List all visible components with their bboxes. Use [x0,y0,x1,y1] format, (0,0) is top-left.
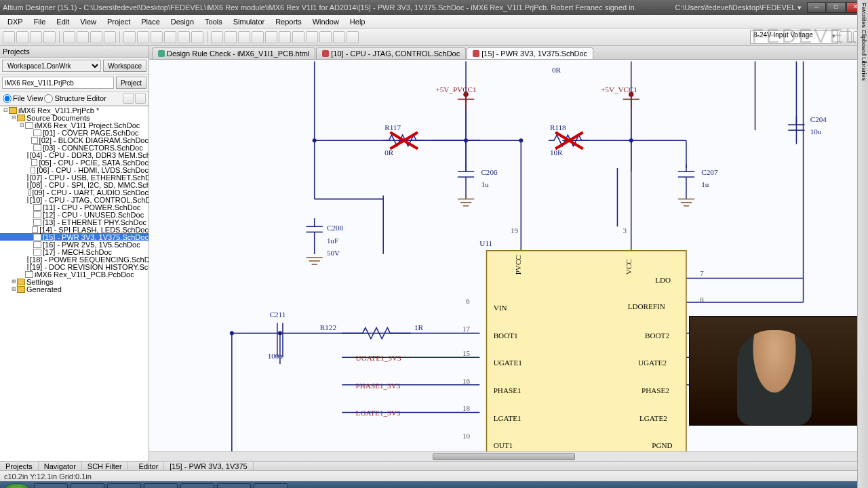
webcam-overlay [689,316,859,426]
toolbar-button[interactable] [104,31,116,43]
tree-node[interactable]: [02] - BLOCK DIAGRAM.SchDoc [0,136,149,144]
workspace-button[interactable]: Workspace [103,60,146,72]
document-tab[interactable]: Design Rule Check - iMX6_V1I1_PCB.html [152,47,315,59]
tree-node[interactable]: ⊟iMX6 Rex_V1I1.PrjPcb * [0,106,149,114]
document-tabs: Design Rule Check - iMX6_V1I1_PCB.html[1… [149,46,868,60]
doc-tab[interactable]: [15] - PWR 3V3, 1V375 [164,462,253,470]
document-tab[interactable]: [10] - CPU - JTAG, CONTROL.SchDoc [316,47,466,59]
start-button[interactable] [3,483,31,488]
toolbar-button[interactable] [347,31,359,43]
toolbar-button[interactable] [319,31,332,43]
toolbar-button[interactable] [63,31,75,43]
tree-node[interactable]: [15] - PWR 3V3, 1V375.SchDoc [0,233,149,241]
menu-help[interactable]: Help [345,16,370,27]
menu-simulator[interactable]: Simulator [229,16,269,27]
tree-node[interactable]: ⊞Settings [0,278,149,285]
tree-node[interactable]: [18] - POWER SEQUENCING.SchDoc [0,256,149,263]
menu-reports[interactable]: Reports [271,16,307,27]
menu-edit[interactable]: Edit [52,16,74,27]
panel-tool-button[interactable] [135,93,146,104]
maximize-button[interactable]: □ [827,2,846,13]
svg-text:VCC: VCC [625,259,633,274]
taskbar-item[interactable] [107,483,141,488]
tree-node[interactable]: ⊟iMX6 Rex_V1I1 Project.SchDoc [0,121,149,129]
toolbar-button[interactable] [90,31,102,43]
svg-text:PHASE2: PHASE2 [642,386,669,394]
svg-text:C204: C204 [810,115,827,123]
toolbar-button[interactable] [252,31,264,43]
menu-window[interactable]: Window [308,16,344,27]
tree-node[interactable]: [19] - DOC REVISION HISTORY.SchDoc [0,263,149,270]
taskbar-item[interactable] [34,483,68,488]
tree-node[interactable]: [11] - CPU - POWER.SchDoc [0,203,149,211]
toolbar-button[interactable] [224,31,237,43]
toolbar-button[interactable] [151,31,163,43]
panel-tool-button[interactable] [123,93,134,104]
project-button[interactable]: Project [116,77,146,89]
toolbar-button[interactable] [43,31,56,43]
structure-editor-radio[interactable]: Structure Editor [44,94,106,103]
taskbar-item[interactable] [217,483,251,488]
minimize-button[interactable]: ─ [807,2,826,13]
schematic-canvas[interactable]: +5V_PVCC1 +5V_VCC1 0R R117 0R R118 10R [149,60,868,461]
menu-view[interactable]: View [75,16,101,27]
menu-dxp[interactable]: DXP [3,16,28,27]
tree-node[interactable]: [06] - CPU - HDMI, LVDS.SchDoc [0,166,149,174]
tree-node[interactable]: [14] - SPI FLASH, LEDS.SchDoc [0,226,149,233]
tree-node[interactable]: [17] - MECH.SchDoc [0,248,149,256]
taskbar-item[interactable] [180,483,214,488]
tree-node[interactable]: [07] - CPU - USB, ETHERNET.SchDoc [0,174,149,181]
tree-node[interactable]: [13] - ETHERNET PHY.SchDoc [0,218,149,226]
tree-node[interactable]: [09] - CPU - UART, AUDIO.SchDoc [0,188,149,196]
svg-text:0R: 0R [384,148,394,157]
right-dock[interactable]: Favorites Clipboard Libraries [857,0,868,488]
taskbar-item[interactable] [254,483,288,488]
tree-node[interactable]: iMX6 Rex_V1I1_PCB.PcbDoc [0,270,149,278]
toolbar-button[interactable] [77,31,89,43]
editor-tab[interactable]: Editor [134,462,165,470]
bottom-tab[interactable]: SCH Filter [82,462,128,470]
tree-node[interactable]: [05] - CPU - PCIE, SATA.SchDoc [0,159,149,166]
tree-node[interactable]: [03] - CONNECTORS.SchDoc [0,144,149,151]
project-tree[interactable]: ⊟iMX6 Rex_V1I1.PrjPcb *⊟Source Documents… [0,106,149,461]
file-view-radio[interactable]: File View [3,94,43,103]
toolbar-button[interactable] [137,31,149,43]
menu-file[interactable]: File [29,16,51,27]
menu-tools[interactable]: Tools [200,16,227,27]
tree-node[interactable]: [04] - CPU - DDR3, DDR3 MEM.SchDoc [0,151,149,159]
toolbar-button[interactable] [211,31,223,43]
document-tab[interactable]: [15] - PWR 3V3, 1V375.SchDoc [467,47,593,59]
status-bar: c10.2in Y:12.1in Grid:0.1in [0,470,868,481]
tree-node[interactable]: [12] - CPU - UNUSED.SchDoc [0,211,149,218]
taskbar-item[interactable] [71,483,104,488]
toolbar-button[interactable] [292,31,304,43]
toolbar-button[interactable] [279,31,291,43]
tree-node[interactable]: [10] - CPU - JTAG, CONTROL.SchDoc [0,196,149,203]
toolbar-button[interactable] [191,31,203,43]
toolbar-button[interactable] [306,31,318,43]
toolbar-button[interactable] [238,31,250,43]
bottom-tab[interactable]: Navigator [39,462,82,470]
tree-node[interactable]: [16] - PWR 2V5, 1V5.SchDoc [0,241,149,248]
tree-node[interactable]: ⊞Generated [0,285,149,293]
toolbar-button[interactable] [178,31,190,43]
menu-place[interactable]: Place [136,16,165,27]
workspace-select[interactable]: Workspace1.DsnWrk [2,60,101,72]
menu-project[interactable]: Project [102,16,135,27]
toolbar-button[interactable] [164,31,176,43]
toolbar-button[interactable] [123,31,136,43]
svg-text:19: 19 [511,226,519,235]
toolbar-button[interactable] [30,31,42,43]
menu-design[interactable]: Design [166,16,199,27]
bottom-tab[interactable]: Projects [0,462,39,470]
toolbar-button[interactable] [333,31,345,43]
horizontal-scrollbar[interactable] [149,451,859,461]
toolbar-button[interactable] [3,31,15,43]
toolbar-button[interactable] [16,31,28,43]
tree-node[interactable]: [08] - CPU - SPI, I2C, SD, MMC.SchDoc [0,181,149,188]
project-field[interactable] [2,77,114,89]
tree-node[interactable]: ⊟Source Documents [0,114,149,121]
taskbar-item[interactable] [144,483,178,488]
tree-node[interactable]: [01] - COVER PAGE.SchDoc [0,129,149,136]
toolbar-button[interactable] [265,31,277,43]
